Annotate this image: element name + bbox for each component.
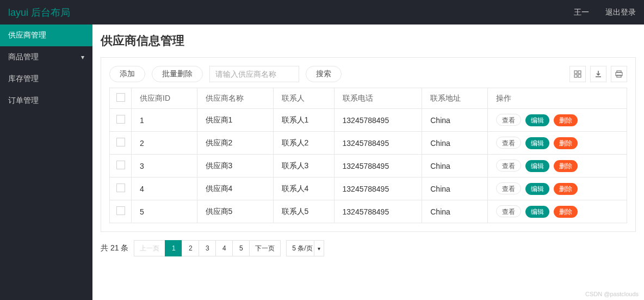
page-3-button[interactable]: 3 (199, 240, 216, 256)
sidebar-item-product[interactable]: 商品管理 ▾ (0, 46, 92, 68)
data-table: 供应商ID 供应商名称 联系人 联系电话 联系地址 操作 1 供应商1 联系人1… (109, 88, 627, 223)
edit-button[interactable]: 编辑 (525, 160, 549, 172)
cell-contact: 联系人1 (273, 109, 334, 132)
row-checkbox[interactable] (116, 161, 125, 169)
cell-actions: 查看 编辑 删除 (487, 177, 627, 200)
view-button[interactable]: 查看 (496, 114, 521, 126)
edit-button[interactable]: 编辑 (525, 206, 549, 218)
view-button[interactable]: 查看 (496, 160, 521, 172)
select-all-checkbox[interactable] (116, 93, 125, 102)
page-1-button[interactable]: 1 (165, 240, 182, 256)
table-row: 2 供应商2 联系人2 13245788495 China 查看 编辑 删除 (110, 132, 627, 155)
cell-contact: 联系人3 (273, 155, 334, 177)
view-button[interactable]: 查看 (496, 182, 521, 194)
cell-address: China (422, 200, 488, 223)
cell-contact: 联系人5 (273, 200, 334, 223)
chevron-down-icon: ▾ (81, 53, 84, 61)
col-address: 联系地址 (422, 88, 488, 109)
edit-button[interactable]: 编辑 (525, 137, 549, 149)
cell-name: 供应商4 (197, 177, 273, 200)
svg-rect-2 (574, 75, 577, 77)
page-4-button[interactable]: 4 (215, 240, 233, 256)
row-checkbox[interactable] (116, 138, 125, 146)
sidebar-item-label: 订单管理 (8, 96, 39, 106)
cell-address: China (422, 132, 488, 155)
edit-button[interactable]: 编辑 (525, 183, 549, 195)
add-button[interactable]: 添加 (109, 66, 145, 82)
svg-rect-0 (574, 71, 577, 74)
sidebar-item-label: 商品管理 (8, 52, 39, 62)
per-page-select[interactable]: 5 条/页 ▾ (286, 240, 324, 256)
delete-button[interactable]: 删除 (554, 160, 578, 172)
cell-id: 2 (132, 132, 197, 155)
view-button[interactable]: 查看 (496, 205, 521, 217)
cell-address: China (422, 109, 488, 132)
toolbar-right (569, 66, 627, 82)
cell-id: 5 (132, 200, 197, 223)
cell-phone: 13245788495 (334, 132, 422, 155)
cell-address: China (422, 177, 488, 200)
cell-address: China (422, 155, 488, 177)
watermark: CSDN @pastclouds (585, 291, 639, 297)
table-row: 4 供应商4 联系人4 13245788495 China 查看 编辑 删除 (110, 177, 627, 200)
print-icon[interactable] (611, 66, 627, 82)
username-link[interactable]: 王一 (574, 8, 589, 17)
page-2-button[interactable]: 2 (182, 240, 199, 256)
sidebar-item-label: 供应商管理 (8, 30, 46, 40)
svg-rect-1 (578, 71, 581, 74)
cell-name: 供应商3 (197, 155, 273, 177)
delete-button[interactable]: 删除 (554, 206, 578, 218)
page-title: 供应商信息管理 (101, 33, 636, 49)
toolbar: 添加 批量删除 搜索 (109, 66, 627, 82)
cell-contact: 联系人2 (273, 132, 334, 155)
sidebar-item-order[interactable]: 订单管理 (0, 90, 92, 112)
row-checkbox[interactable] (116, 115, 125, 124)
cell-actions: 查看 编辑 删除 (487, 200, 627, 223)
chevron-down-icon: ▾ (314, 241, 324, 256)
cell-contact: 联系人4 (273, 177, 334, 200)
logout-link[interactable]: 退出登录 (605, 8, 636, 17)
cell-actions: 查看 编辑 删除 (487, 155, 627, 177)
cell-name: 供应商2 (197, 132, 273, 155)
col-contact: 联系人 (273, 88, 334, 109)
sidebar-item-supplier[interactable]: 供应商管理 (0, 25, 92, 46)
view-button[interactable]: 查看 (496, 137, 521, 149)
table-row: 3 供应商3 联系人3 13245788495 China 查看 编辑 删除 (110, 155, 627, 177)
per-page-label: 5 条/页 (292, 244, 312, 253)
edit-button[interactable]: 编辑 (525, 114, 549, 126)
cell-actions: 查看 编辑 删除 (487, 109, 627, 132)
cell-phone: 13245788495 (334, 155, 422, 177)
columns-icon[interactable] (569, 66, 586, 82)
page-5-button[interactable]: 5 (232, 240, 250, 256)
card: 添加 批量删除 搜索 供应商ID 供应商名称 联系 (101, 57, 636, 232)
col-action: 操作 (487, 88, 627, 109)
export-icon[interactable] (590, 66, 606, 82)
svg-rect-3 (578, 75, 581, 77)
prev-page-button[interactable]: 上一页 (134, 240, 165, 256)
col-phone: 联系电话 (334, 88, 422, 109)
delete-button[interactable]: 删除 (554, 137, 578, 149)
page-total: 共 21 条 (101, 243, 128, 253)
next-page-button[interactable]: 下一页 (249, 240, 281, 256)
search-button[interactable]: 搜索 (306, 66, 342, 82)
row-checkbox[interactable] (116, 183, 125, 192)
sidebar: 供应商管理 商品管理 ▾ 库存管理 订单管理 (0, 25, 92, 300)
cell-id: 3 (132, 155, 197, 177)
main-content: 供应商信息管理 添加 批量删除 搜索 (92, 25, 644, 300)
cell-phone: 13245788495 (334, 177, 422, 200)
batch-delete-button[interactable]: 批量删除 (152, 66, 203, 82)
row-checkbox[interactable] (116, 206, 125, 215)
table-header-row: 供应商ID 供应商名称 联系人 联系电话 联系地址 操作 (110, 88, 627, 109)
logo: layui 后台布局 (8, 6, 70, 19)
table-row: 5 供应商5 联系人5 13245788495 China 查看 编辑 删除 (110, 200, 627, 223)
col-name: 供应商名称 (197, 88, 273, 109)
delete-button[interactable]: 删除 (554, 183, 578, 195)
header-right: 王一 退出登录 (574, 8, 636, 17)
search-input[interactable] (209, 66, 299, 82)
cell-name: 供应商5 (197, 200, 273, 223)
sidebar-item-inventory[interactable]: 库存管理 (0, 68, 92, 90)
cell-name: 供应商1 (197, 109, 273, 132)
delete-button[interactable]: 删除 (554, 114, 578, 126)
col-id: 供应商ID (132, 88, 197, 109)
header: layui 后台布局 王一 退出登录 (0, 0, 644, 25)
